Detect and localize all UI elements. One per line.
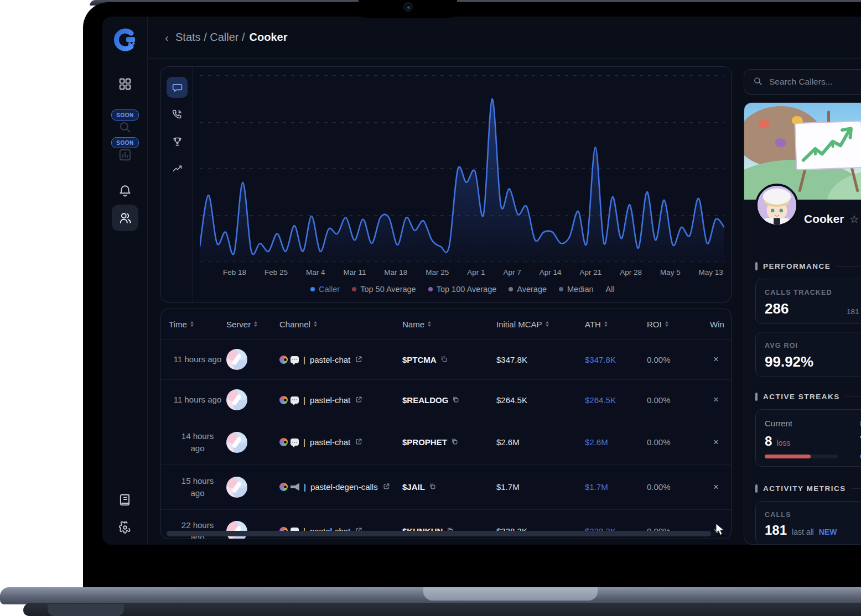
scrollbar-thumb[interactable] (167, 531, 711, 536)
call-time: 14 hours ago (169, 430, 226, 455)
token-cell[interactable]: $PTCMA (402, 355, 496, 364)
legend-top50[interactable]: Top 50 Average (352, 285, 416, 294)
horizontal-scrollbar[interactable] (167, 531, 717, 536)
server-avatar[interactable] (226, 432, 247, 453)
legend-median[interactable]: Median (559, 285, 594, 294)
book-icon[interactable] (114, 489, 136, 511)
palette-icon (279, 356, 288, 364)
back-chevron-icon[interactable]: ‹ (165, 31, 169, 44)
copy-icon[interactable] (451, 437, 458, 447)
x-axis-labels: Feb 18 Feb 25 Mar 4 Mar 11 Mar 18 Mar 25… (223, 268, 723, 276)
roi-value: 0.00% (647, 395, 702, 405)
breadcrumb-path[interactable]: Stats / Caller / (175, 31, 245, 44)
trophy-icon[interactable] (167, 131, 188, 152)
chat-bubble-icon (291, 396, 299, 404)
search-callers-input[interactable]: Search Callers... (744, 69, 861, 95)
caller-avatar[interactable] (755, 184, 798, 227)
channel-name: pastel-degen-calls (310, 482, 378, 492)
col-ath[interactable]: ATH (585, 320, 647, 329)
server-avatar[interactable] (226, 389, 247, 410)
x-tick: Apr 28 (620, 268, 642, 276)
gear-icon[interactable] (114, 516, 136, 539)
initial-mcap: $347.8K (496, 355, 585, 364)
channel-name: pastel-chat (310, 437, 350, 447)
server-cell (226, 349, 279, 370)
ath-value[interactable]: $2.6M (585, 437, 647, 447)
streaks-card: Current 8 loss Max 7 (755, 409, 861, 467)
sidebar: SOON SOON (102, 17, 148, 545)
server-avatar[interactable] (226, 349, 247, 370)
x-tick: May 5 (660, 268, 681, 276)
col-channel[interactable]: Channel (279, 320, 402, 329)
col-initial-mcap[interactable]: Initial MCAP (496, 320, 585, 329)
ath-value[interactable]: $1.7M (585, 482, 647, 492)
legend-top100[interactable]: Top 100 Average (428, 285, 497, 294)
legend-all[interactable]: All (606, 285, 615, 294)
megaphone-icon (291, 483, 299, 491)
x-tick: Mar 4 (306, 268, 325, 276)
channel-cell[interactable]: |pastel-degen-calls (279, 482, 402, 492)
chat-bubble-icon (291, 356, 299, 363)
palette-icon (279, 483, 288, 491)
external-link-icon[interactable] (355, 395, 362, 405)
external-link-icon[interactable] (355, 437, 362, 447)
call-time: 15 hours ago (169, 475, 226, 499)
legend-average[interactable]: Average (509, 285, 547, 294)
roi-value: 0.00% (647, 437, 702, 447)
trend-up-icon[interactable] (167, 158, 188, 179)
col-name[interactable]: Name (402, 320, 496, 329)
call-time: 11 hours ago (169, 394, 226, 406)
external-link-icon[interactable] (355, 355, 362, 364)
x-tick: Mar 11 (343, 268, 366, 276)
ath-value[interactable]: $264.5K (585, 395, 647, 405)
token-cell[interactable]: $PROPHET (402, 437, 496, 447)
col-time[interactable]: Time (169, 320, 226, 329)
bell-icon[interactable] (114, 180, 136, 202)
roi-value: 0.00% (647, 482, 702, 492)
roi-line-chart[interactable] (200, 71, 724, 262)
server-cell (226, 432, 279, 453)
col-server[interactable]: Server (226, 320, 279, 329)
app-logo[interactable] (113, 28, 137, 52)
avg-roi-card: AVG ROI 99.92% prev: (755, 332, 861, 377)
chart-svg (200, 71, 724, 262)
ath-value[interactable]: $347.8K (585, 355, 647, 364)
sort-icon (254, 321, 257, 327)
section-performance: PERFORMANCE (755, 262, 861, 270)
table-row[interactable]: 14 hours ago |pastel-chat $PROPHET $2.6M… (161, 420, 731, 464)
section-pill (755, 393, 758, 401)
current-streak-bar (765, 455, 838, 458)
laptop-notch (359, 0, 457, 18)
section-activity-metrics: ACTIVITY METRICS (755, 484, 861, 493)
chat-bubble-icon[interactable] (167, 77, 188, 98)
col-roi[interactable]: ROI (647, 320, 702, 329)
external-link-icon[interactable] (383, 482, 390, 492)
legend-dot (310, 287, 315, 291)
current-value: 8 (765, 434, 772, 449)
copy-icon[interactable] (440, 355, 448, 364)
table-row[interactable]: 11 hours ago |pastel-chat $REALDOG $264.… (161, 379, 731, 420)
channel-cell[interactable]: |pastel-chat (279, 395, 402, 405)
token-cell[interactable]: $REALDOG (402, 395, 496, 405)
channel-cell[interactable]: |pastel-chat (279, 437, 402, 447)
table-row[interactable]: 11 hours ago |pastel-chat $PTCMA $347.8K… (161, 339, 731, 379)
chart-area (200, 99, 724, 262)
laptop-thumb-scoop (423, 587, 598, 601)
copy-icon[interactable] (429, 482, 436, 492)
sidebar-item-callers[interactable] (112, 205, 138, 231)
channel-cell[interactable]: |pastel-chat (279, 355, 402, 364)
server-avatar[interactable] (226, 477, 247, 498)
caller-profile-card: P A S (744, 102, 861, 545)
grid-icon[interactable] (114, 73, 136, 95)
table-row[interactable]: 15 hours ago |pastel-degen-calls $JAIL $… (161, 464, 731, 509)
win-indicator: × (702, 437, 731, 448)
token-cell[interactable]: $JAIL (402, 482, 496, 492)
phone-icon[interactable] (167, 103, 188, 124)
copy-icon[interactable] (452, 395, 459, 405)
legend-caller[interactable]: Caller (310, 285, 340, 294)
col-win[interactable]: Win (702, 320, 731, 329)
star-icon[interactable]: ☆ (849, 213, 859, 226)
breadcrumb-current: Cooker (250, 31, 288, 44)
calls-suffix: last all (792, 528, 814, 536)
x-tick: Mar 18 (384, 268, 407, 276)
